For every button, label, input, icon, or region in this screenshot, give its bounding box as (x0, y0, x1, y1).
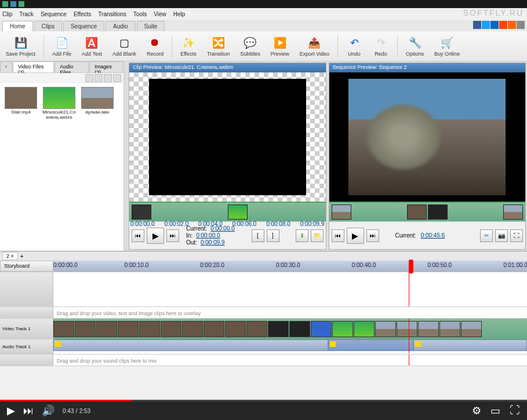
snapshot-button[interactable]: 📷 (495, 229, 508, 242)
split-button[interactable]: ✂ (480, 229, 493, 242)
export-video-button[interactable]: 📤Export Video (297, 35, 332, 58)
video-clip[interactable] (53, 321, 74, 337)
effects-button[interactable]: ✨Effects (178, 35, 199, 58)
video-clip[interactable] (439, 321, 460, 337)
prev-frame-button[interactable]: ⏮ (132, 229, 144, 242)
transition-button[interactable]: 🔀Transition (205, 35, 232, 58)
timeline-ruler[interactable]: 0:00:00.0 0:00:10.0 0:00:20.0 0:00:30.0 … (53, 261, 527, 272)
ribbon-tab-suite[interactable]: Suite (137, 21, 165, 31)
overlay-track-header[interactable] (0, 272, 53, 306)
overwrite-button[interactable]: 📁 (311, 229, 324, 242)
view-list-icon[interactable] (95, 74, 103, 82)
clip-out-time[interactable]: 0:00:09.9 (201, 239, 225, 246)
twitter-icon[interactable] (482, 21, 490, 29)
reddit-icon[interactable] (499, 21, 507, 29)
rss-icon[interactable] (508, 21, 516, 29)
audio-clip[interactable] (413, 339, 527, 351)
video-clip[interactable] (461, 321, 482, 337)
menu-transitions[interactable]: Transitions (98, 11, 126, 17)
video-clip[interactable] (268, 321, 289, 337)
ribbon-tab-clips[interactable]: Clips (34, 21, 62, 31)
add-blank-button[interactable]: ▢Add Blank (110, 35, 139, 58)
subtitles-button[interactable]: 💬Subtitles (238, 35, 263, 58)
options-button[interactable]: 🔧Options (404, 35, 426, 58)
set-out-button[interactable]: ] (267, 229, 279, 242)
audio-track-header[interactable]: Audio Track 1 (0, 339, 53, 354)
set-in-button[interactable]: [ (252, 229, 264, 242)
menu-clip[interactable]: Clip (2, 11, 12, 17)
video-clip[interactable] (311, 321, 332, 337)
redo-button[interactable]: ↷Redo (370, 35, 391, 58)
storyboard-button[interactable]: Storyboard (0, 261, 53, 272)
menu-effects[interactable]: Effects (74, 11, 91, 17)
linkedin-icon[interactable] (490, 21, 499, 29)
yt-next-button[interactable]: ⏭ (23, 405, 34, 417)
audio-clip[interactable] (328, 339, 413, 351)
clip-filmstrip[interactable]: 0:00:00.0 0:00:02.0 0:00:04.0 0:00:06.0 … (129, 202, 326, 221)
video-clip[interactable] (375, 321, 396, 337)
video-lane[interactable] (53, 319, 527, 339)
seq-prev-button[interactable]: ⏮ (332, 229, 344, 242)
menu-view[interactable]: View (154, 11, 166, 17)
buy-online-button[interactable]: 🛒Buy Online (432, 35, 462, 58)
save-project-button[interactable]: 💾Save Project (3, 35, 38, 58)
yt-play-button[interactable]: ▶ (7, 404, 15, 417)
seq-next-button[interactable]: ⏭ (366, 229, 379, 242)
ribbon-tab-home[interactable]: Home (2, 21, 33, 31)
video-clip[interactable] (289, 321, 310, 337)
sequence-tab[interactable]: 2 × (2, 252, 18, 260)
add-media-icon[interactable] (85, 74, 93, 82)
clip-in-time[interactable]: 0:00:00.0 (196, 232, 220, 239)
yt-volume-button[interactable]: 🔊 (42, 404, 54, 417)
fullscreen-button[interactable]: ⛶ (510, 229, 523, 242)
video-clip[interactable] (225, 321, 246, 337)
sequence-filmstrip[interactable] (329, 202, 526, 221)
add-text-button[interactable]: 🅰️Add Text (79, 35, 104, 58)
yt-theater-button[interactable]: ▭ (490, 404, 500, 417)
seq-play-button[interactable]: ▶ (347, 228, 364, 244)
menu-sequence[interactable]: Sequence (41, 11, 67, 17)
file-tab-video[interactable]: Video Files (3) (13, 61, 54, 72)
video-clip[interactable] (118, 321, 139, 337)
sort-icon[interactable] (113, 74, 121, 82)
video-clip[interactable] (96, 321, 117, 337)
undo-button[interactable]: ↶Undo (344, 35, 365, 58)
add-sequence-button[interactable]: + (20, 253, 24, 260)
file-tab-images[interactable]: Images (3) (89, 61, 123, 72)
video-clip[interactable] (161, 321, 181, 337)
video-clip[interactable] (246, 321, 267, 337)
overlay-hint-lane[interactable]: Drag and drop your video, text and image… (53, 307, 527, 318)
play-button[interactable]: ▶ (147, 228, 164, 244)
add-file-button[interactable]: 📄Add File (50, 35, 74, 58)
facebook-icon[interactable] (473, 21, 481, 29)
preview-button[interactable]: ▶️Preview (268, 35, 292, 58)
playhead[interactable] (409, 260, 413, 273)
video-clip[interactable] (397, 321, 417, 337)
ribbon-tab-audio[interactable]: Audio (106, 21, 136, 31)
yt-fullscreen-button[interactable]: ⛶ (510, 404, 520, 417)
video-clip[interactable] (354, 321, 375, 337)
yt-settings-button[interactable]: ⚙ (472, 404, 481, 417)
audio-mix-lane[interactable]: Drag and drop your sound clips here to m… (53, 355, 527, 366)
view-grid-icon[interactable] (104, 74, 112, 82)
insert-button[interactable]: ⬇ (296, 229, 308, 242)
menu-track[interactable]: Track (19, 11, 34, 17)
file-tab-audio[interactable]: Audio Files (54, 61, 89, 72)
next-frame-button[interactable]: ⏭ (166, 229, 179, 242)
ribbon-tab-sequence[interactable]: Sequence (63, 21, 104, 31)
menu-tools[interactable]: Tools (133, 11, 147, 17)
file-item[interactable]: Minuscule21.Слепень.webm (42, 87, 77, 120)
audio-clip[interactable] (53, 339, 328, 351)
video-clip[interactable] (182, 321, 203, 337)
file-tab-other[interactable]: ‹ (0, 61, 12, 72)
menu-help[interactable]: Help (173, 11, 186, 17)
audio-lane[interactable] (53, 339, 527, 353)
overlay-lane[interactable] (53, 272, 527, 306)
file-item[interactable]: Stair.mp4 (3, 87, 38, 120)
file-item[interactable]: вулкан.ави (80, 87, 115, 120)
video-clip[interactable] (75, 321, 96, 337)
video-clip[interactable] (139, 321, 160, 337)
seq-current-time[interactable]: 0:00:45.6 (421, 232, 445, 239)
video-clip[interactable] (203, 321, 224, 337)
video-track-header[interactable]: Video Track 1 (0, 319, 53, 339)
